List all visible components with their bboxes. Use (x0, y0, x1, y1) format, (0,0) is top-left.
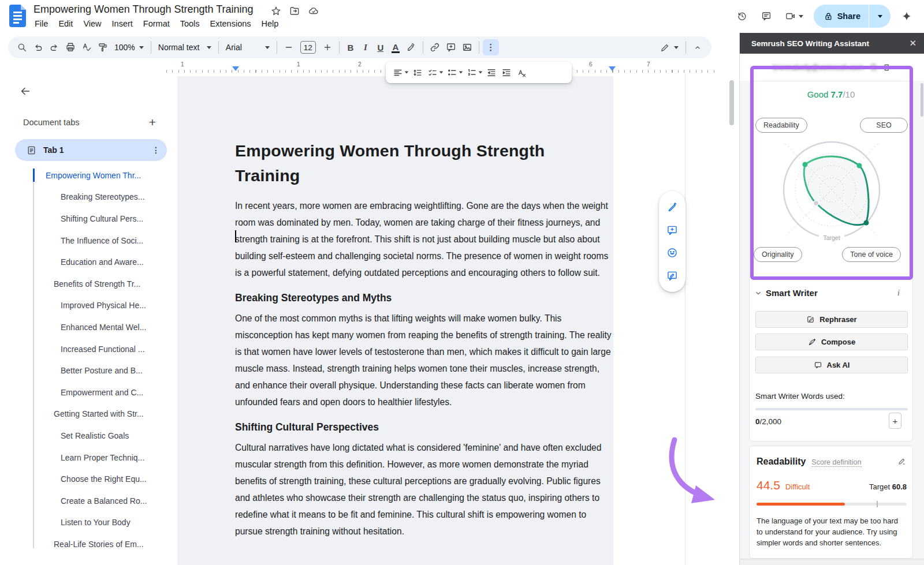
outline-item[interactable]: Listen to Your Body (33, 512, 167, 534)
edit-target-icon[interactable] (897, 457, 907, 466)
increase-font-size-icon[interactable] (319, 39, 336, 55)
add-comment-icon[interactable] (664, 222, 680, 238)
more-options-icon[interactable]: ⋮ (483, 39, 499, 55)
outline-item[interactable]: Create a Balanced Ro... (33, 490, 167, 512)
doc-block[interactable]: Empowering Women Through Strength Traini… (235, 139, 612, 188)
doc-block[interactable]: In recent years, more women are embracin… (235, 197, 612, 281)
version-history-icon[interactable] (734, 8, 750, 24)
video-call-icon[interactable] (783, 8, 806, 24)
readability-pill[interactable]: Readability (755, 118, 807, 133)
chevron-down-icon[interactable] (754, 289, 762, 297)
comments-icon[interactable] (758, 8, 774, 24)
outline-item[interactable]: Choose the Right Equ... (33, 468, 167, 490)
menu-item[interactable]: Extensions (205, 18, 256, 29)
align-icon[interactable] (390, 65, 405, 80)
search-menus-icon[interactable] (14, 39, 30, 55)
increase-indent-icon[interactable] (499, 65, 514, 80)
score-definition-link[interactable]: Score definition (811, 458, 861, 467)
outline-item[interactable]: Increased Functional ... (33, 338, 167, 360)
document-body[interactable]: Empowering Women Through Strength Traini… (235, 139, 612, 548)
help-me-write-icon[interactable] (664, 199, 680, 215)
text-color-button[interactable]: A (388, 42, 403, 53)
hide-menus-icon[interactable] (690, 39, 706, 55)
underline-button[interactable]: U (373, 43, 388, 53)
panel-scrollbar[interactable] (921, 83, 923, 117)
insert-image-icon[interactable] (459, 39, 475, 55)
checklist-icon[interactable] (425, 65, 440, 80)
redo-icon[interactable] (46, 39, 62, 55)
share-button[interactable]: Share (814, 5, 891, 28)
line-spacing-icon[interactable] (410, 65, 425, 80)
outline-item[interactable]: Learn Proper Techniq... (33, 447, 167, 469)
doc-block[interactable]: Shifting Cultural Perspectives (235, 421, 612, 433)
outline-item[interactable]: Enhanced Mental Wel... (33, 316, 167, 338)
decrease-indent-icon[interactable] (484, 65, 499, 80)
decrease-font-size-icon[interactable] (281, 39, 297, 55)
logout-icon[interactable] (884, 63, 892, 72)
google-docs-icon[interactable] (9, 5, 26, 27)
outline-item[interactable]: Breaking Stereotypes... (33, 186, 167, 208)
emoji-reaction-icon[interactable] (664, 245, 680, 261)
doc-block[interactable]: One of the most common myths is that lif… (235, 310, 612, 410)
font-select[interactable]: Arial (222, 43, 273, 52)
font-size-input[interactable]: 12 (300, 41, 316, 54)
clear-formatting-icon[interactable] (514, 65, 529, 80)
tab-options-icon[interactable]: ⋮ (152, 145, 160, 155)
menu-item[interactable]: Format (138, 18, 175, 29)
menu-item[interactable]: Edit (53, 18, 78, 29)
gemini-sparkle-icon[interactable] (899, 8, 915, 24)
outline-item[interactable]: Empowerment and C... (33, 381, 167, 403)
paragraph-style-select[interactable]: Normal text (155, 43, 215, 52)
outline-item[interactable]: Getting Started with Str... (33, 403, 167, 425)
document-scrollbar[interactable] (729, 80, 734, 125)
italic-button[interactable]: I (358, 43, 373, 53)
outline-item[interactable]: Real-Life Stories of Em... (33, 533, 167, 555)
menu-item[interactable]: Tools (175, 18, 205, 29)
highlight-color-icon[interactable] (403, 39, 419, 55)
spelling-check-icon[interactable] (79, 39, 95, 55)
share-dropdown[interactable] (869, 5, 891, 28)
menu-item[interactable]: Help (256, 18, 284, 29)
star-icon[interactable] (270, 5, 282, 17)
document-title[interactable]: Empowering Women Through Strength Traini… (33, 3, 254, 16)
ask-ai-button[interactable]: Ask AI (755, 357, 908, 373)
left-indent-marker[interactable] (232, 66, 239, 71)
menu-item[interactable]: View (78, 18, 106, 29)
suggest-edits-icon[interactable] (664, 268, 680, 284)
outline-item[interactable]: Shifting Cultural Pers... (33, 208, 167, 230)
rephraser-button[interactable]: Rephraser (755, 311, 908, 328)
outline-item[interactable]: Set Realistic Goals (33, 425, 167, 447)
outline-item[interactable]: Better Posture and B... (33, 360, 167, 381)
right-indent-marker[interactable] (609, 66, 616, 71)
info-icon[interactable]: i (897, 289, 900, 298)
outline-item[interactable]: Empowering Women Thr... (33, 164, 167, 186)
document-page[interactable]: Empowering Women Through Strength Traini… (177, 76, 613, 565)
doc-block[interactable]: Cultural narratives have long dictated w… (235, 439, 612, 540)
add-words-button[interactable]: + (889, 413, 901, 429)
share-button-main[interactable]: Share (814, 5, 869, 28)
bold-button[interactable]: B (343, 43, 358, 53)
move-to-folder-icon[interactable] (289, 5, 300, 17)
outline-item[interactable]: Benefits of Strength Tr... (33, 273, 167, 295)
outline-item[interactable]: The Influence of Soci... (33, 230, 167, 252)
undo-icon[interactable] (30, 39, 46, 55)
tab-item[interactable]: Tab 1 ⋮ (15, 139, 167, 161)
close-outline-icon[interactable] (17, 83, 33, 99)
tone-of-voice-pill[interactable]: Tone of voice (842, 247, 901, 262)
cloud-saved-icon[interactable] (307, 5, 320, 17)
close-icon[interactable]: ✕ (909, 38, 916, 48)
compose-button[interactable]: Compose (755, 334, 908, 350)
zoom-select[interactable]: 100% (111, 43, 147, 52)
add-tab-icon[interactable]: + (149, 117, 156, 128)
menu-item[interactable]: File (29, 18, 53, 29)
outline-item[interactable]: Improved Physical He... (33, 295, 167, 317)
paint-format-icon[interactable] (95, 39, 111, 55)
menu-item[interactable]: Insert (107, 18, 138, 29)
outline-item[interactable]: Education and Aware... (33, 251, 167, 273)
smart-writer-header[interactable]: Smart Writer i (750, 288, 912, 298)
copy-icon[interactable] (870, 63, 878, 72)
add-comment-icon[interactable] (443, 39, 459, 55)
insert-link-icon[interactable] (427, 39, 443, 55)
numbered-list-icon[interactable] (464, 65, 479, 80)
editing-mode-select[interactable] (657, 43, 682, 53)
